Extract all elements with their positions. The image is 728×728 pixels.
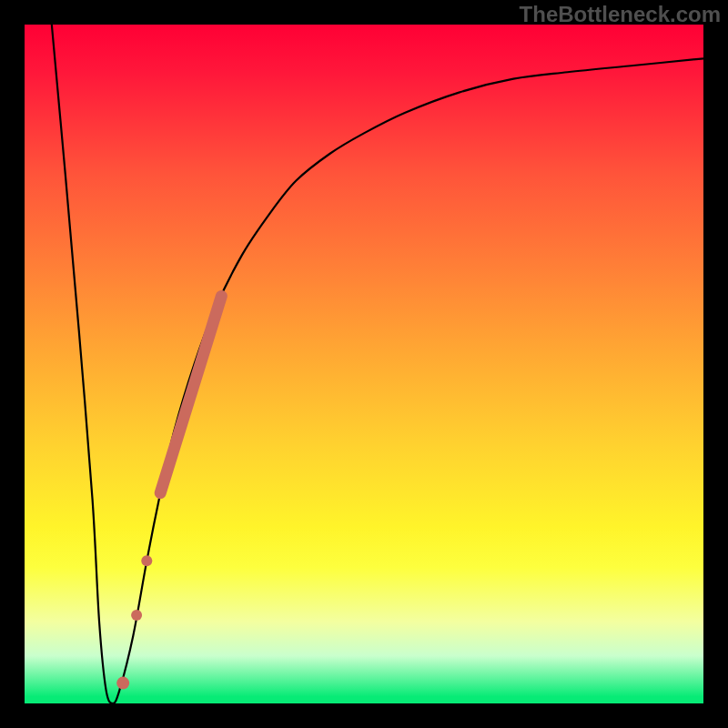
- chart-frame: TheBottleneck.com: [0, 0, 728, 728]
- marker-dot-2: [116, 677, 129, 690]
- watermark-text: TheBottleneck.com: [520, 2, 721, 27]
- bottleneck-curve: [52, 25, 703, 703]
- marker-thick-segment: [160, 296, 221, 492]
- marker-dot-1: [131, 610, 142, 621]
- plot-area: [25, 25, 703, 703]
- marker-dot-0: [141, 555, 152, 566]
- bottleneck-curve-svg: [25, 25, 703, 703]
